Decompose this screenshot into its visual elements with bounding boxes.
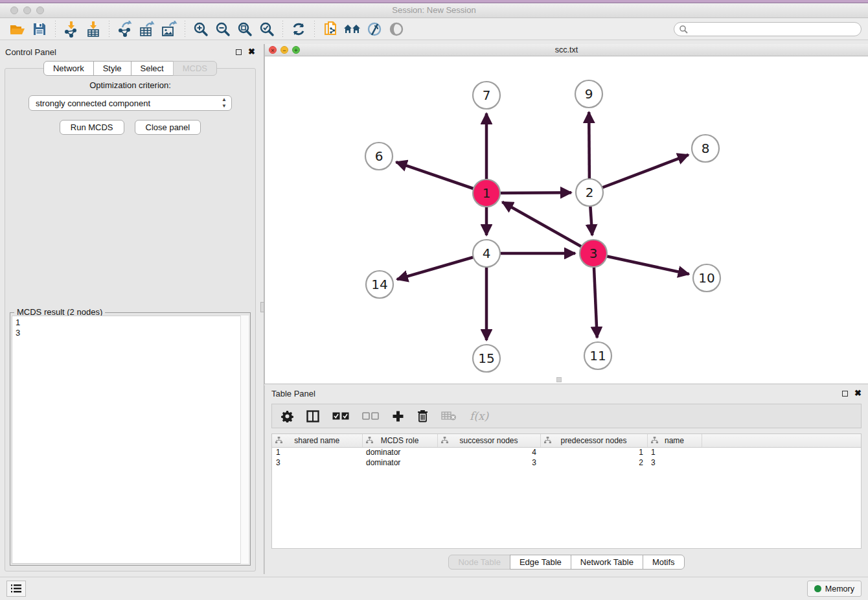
delete-table-button[interactable] [441,411,457,421]
table-cell[interactable]: 1 [272,447,362,457]
birdseye-button[interactable] [385,20,407,38]
toolbar-separator [282,21,283,38]
import-table-button[interactable] [82,20,104,38]
run-mcds-button[interactable]: Run MCDS [60,120,124,135]
graph-node-label: 15 [478,351,494,366]
float-table-panel-icon[interactable] [842,391,848,397]
birdseye-icon [388,22,405,36]
table-header-row[interactable]: shared nameMCDS rolesuccessor nodesprede… [272,434,861,447]
select-all-icon [332,412,349,421]
table-body: 1dominator4113dominator323 [272,447,861,468]
network-graph[interactable]: 7968124314101511 [265,56,867,384]
column-header-shared-name[interactable]: shared name [272,434,362,447]
save-session-icon [32,22,47,36]
graph-edge-2-8[interactable] [589,155,689,192]
column-header-name[interactable]: name [647,434,702,447]
network-window-titlebar[interactable]: × − + scc.txt [265,44,868,56]
home-button[interactable] [341,20,363,38]
control-panel-title: Control Panel [5,47,56,57]
deselect-all-button[interactable] [362,412,379,421]
clone-network-button[interactable] [319,20,341,38]
result-scrollbar[interactable] [240,316,249,564]
mcds-result-list[interactable]: 13 [12,316,249,564]
search-input[interactable] [674,22,862,36]
column-layout-button[interactable] [306,410,319,422]
toolbar-separator [185,21,185,38]
table-cell[interactable]: 2 [540,457,647,468]
column-header-predecessor-nodes[interactable]: predecessor nodes [540,434,647,447]
gear-icon [281,410,293,422]
refresh-button[interactable] [288,20,310,38]
network-title: scc.txt [265,45,868,54]
zoom-fit-button[interactable] [234,20,256,38]
zoom-selected-icon [259,21,275,37]
canvas-scroll-dot[interactable] [556,377,562,382]
table-tab-node-table[interactable]: Node Table [448,555,510,570]
select-all-button[interactable] [332,412,349,421]
table-row[interactable]: 3dominator323 [272,457,861,468]
table-cell[interactable]: 1 [647,447,702,457]
table-cell[interactable]: dominator [362,447,437,457]
save-session-button[interactable] [29,20,51,38]
search-field-wrap [674,22,862,36]
zoom-out-button[interactable] [212,20,234,38]
memory-button[interactable]: Memory [807,581,862,597]
close-table-panel-icon[interactable]: ✖ [854,389,862,397]
delete-column-button[interactable] [417,410,428,422]
zoom-selected-button[interactable] [256,20,278,38]
zoom-in-icon [193,21,209,37]
graph-edge-1-6[interactable] [396,162,486,193]
add-icon [392,410,404,422]
table-row[interactable]: 1dominator411 [272,447,861,457]
control-tab-select[interactable]: Select [131,61,174,76]
column-layout-icon [306,410,319,422]
mcds-tab-content: Optimization criterion: strongly connect… [5,68,256,571]
add-column-button[interactable] [392,410,404,422]
list-icon [11,584,21,593]
main-toolbar [0,18,868,40]
apply-function-button[interactable]: f(x) [470,410,488,422]
control-tab-network[interactable]: Network [43,61,94,76]
column-header-successor-nodes[interactable]: successor nodes [437,434,540,447]
graph-edge-3-1[interactable] [502,202,593,253]
table-cell[interactable]: 4 [437,447,540,457]
table-tab-edge-table[interactable]: Edge Table [510,555,571,570]
open-session-icon [9,22,26,36]
gear-button[interactable] [281,410,293,422]
column-header-MCDS-role[interactable]: MCDS role [362,434,437,447]
network-view-window: × − + scc.txt 7968124314101511 [264,44,868,384]
hide-graphics-icon [367,21,382,37]
network-canvas[interactable]: 7968124314101511 [265,56,868,384]
export-table-button[interactable] [136,20,158,38]
table-cell[interactable]: 3 [647,457,702,468]
table-tab-motifs[interactable]: Motifs [643,555,685,570]
open-session-button[interactable] [6,20,29,38]
hide-graphics-button[interactable] [363,20,385,38]
float-panel-icon[interactable] [236,49,242,55]
graph-edge-3-10[interactable] [593,253,689,274]
control-tab-mcds[interactable]: MCDS [173,61,217,76]
optimization-criterion-dropdown[interactable]: strongly connected component ▲▼ [29,95,232,111]
task-history-button[interactable] [6,581,26,597]
close-panel-icon[interactable]: ✖ [248,48,255,56]
table-cell[interactable]: 3 [437,457,540,468]
node-table: shared nameMCDS rolesuccessor nodesprede… [271,433,862,549]
dropdown-value: strongly connected component [36,98,150,108]
graph-node-label: 11 [589,348,606,363]
zoom-in-button[interactable] [190,20,212,38]
table-cell[interactable]: 3 [272,457,362,468]
export-network-button[interactable] [114,20,136,38]
table-tab-network-table[interactable]: Network Table [571,555,643,570]
import-network-button[interactable] [60,20,82,38]
close-panel-button[interactable]: Close panel [135,120,201,135]
zoom-out-icon [215,21,231,37]
table-cell[interactable]: 1 [540,447,647,457]
control-tab-style[interactable]: Style [93,61,131,76]
result-line: 3 [16,328,245,338]
table-cell[interactable]: dominator [362,457,437,468]
column-label: name [665,436,684,445]
column-header-filler [702,434,861,447]
table-toolbar: f(x) [271,404,862,428]
table-panel-header: Table Panel ✖ [265,386,868,401]
export-image-button[interactable] [158,20,180,38]
